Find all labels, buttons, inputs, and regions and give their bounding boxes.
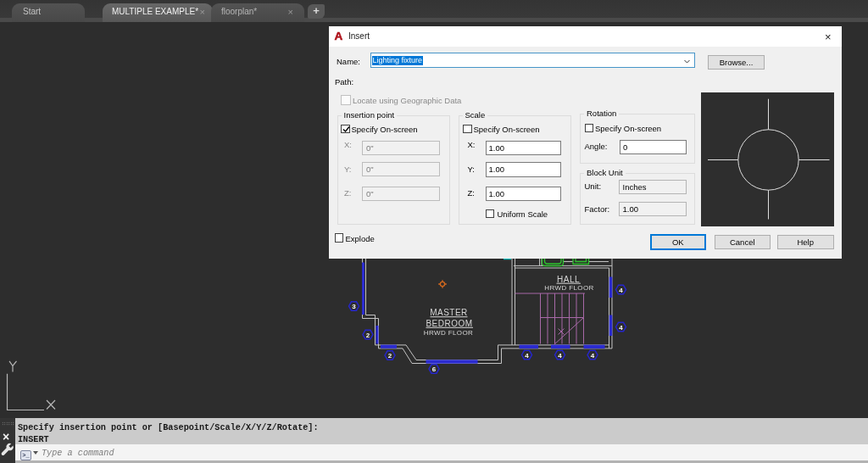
svg-text:6: 6: [432, 365, 437, 373]
svg-text:4: 4: [591, 352, 595, 360]
svg-text:HRWD FLOOR: HRWD FLOOR: [424, 329, 474, 337]
svg-text:2: 2: [366, 332, 370, 339]
svg-text:3: 3: [352, 303, 356, 310]
svg-text:HALL: HALL: [557, 275, 580, 284]
svg-text:2: 2: [388, 352, 392, 360]
svg-text:MASTER: MASTER: [430, 308, 468, 317]
svg-text:4: 4: [619, 287, 623, 294]
svg-text:HRWD FLOOR: HRWD FLOOR: [544, 284, 594, 292]
svg-text:4: 4: [619, 324, 623, 332]
svg-text:4: 4: [525, 352, 529, 360]
svg-text:BEDROOM: BEDROOM: [426, 319, 472, 328]
svg-text:4: 4: [558, 352, 562, 360]
